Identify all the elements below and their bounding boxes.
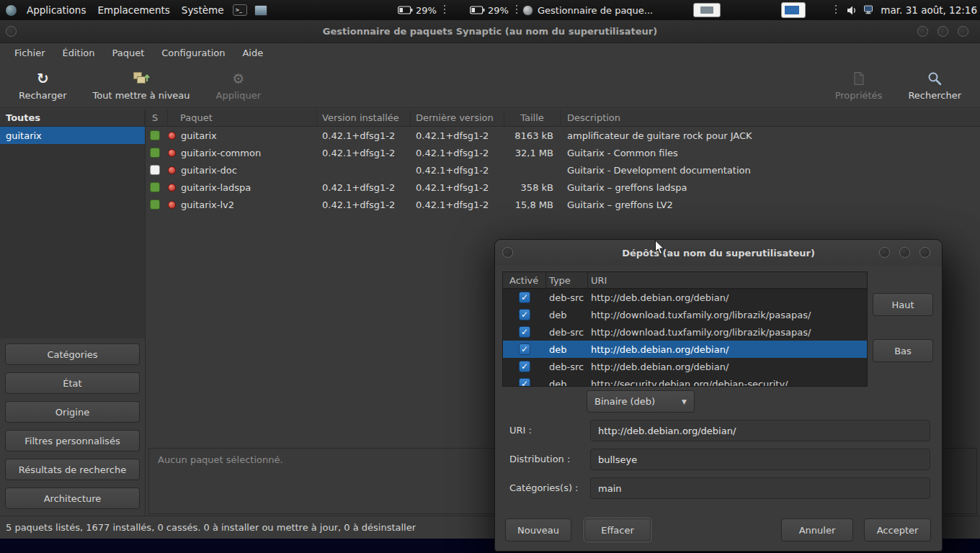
minimize-button[interactable]: [917, 26, 928, 37]
dialog-close-button[interactable]: [919, 247, 930, 258]
package-cell: guitarix-ladspa: [168, 182, 317, 193]
volume-icon[interactable]: [847, 5, 858, 16]
architecture-button[interactable]: Architecture: [5, 487, 140, 509]
clock[interactable]: mar. 31 août, 12:16: [881, 4, 977, 16]
repo-row[interactable]: ✓debhttp://download.tuxfamily.org/libraz…: [503, 306, 867, 323]
workspace-area: [781, 0, 806, 20]
reload-button[interactable]: ↻ Recharger: [9, 66, 77, 104]
column-header-paquet[interactable]: Paquet: [168, 109, 317, 126]
repo-checkbox[interactable]: ✓: [519, 343, 530, 355]
search-button[interactable]: Rechercher: [898, 66, 971, 104]
menu-applications[interactable]: Applications: [24, 4, 88, 16]
menu-emplacements[interactable]: Emplacements: [95, 4, 172, 16]
uri-input[interactable]: http://deb.debian.org/debian/: [590, 420, 930, 441]
repo-row[interactable]: ✓deb-srchttp://deb.debian.org/debian/: [503, 289, 867, 306]
dialog-minimize-button[interactable]: [879, 247, 890, 258]
type-combobox-value: Binaire (deb): [594, 396, 655, 407]
search-results-button[interactable]: Résultats de recherche: [5, 459, 140, 480]
distribution-field-label: Distribution :: [509, 454, 570, 464]
column-header-s[interactable]: S: [146, 109, 168, 126]
supported-icon: [168, 184, 176, 192]
table-row[interactable]: guitarix-common0.42.1+dfsg1-20.42.1+dfsg…: [146, 144, 980, 161]
repo-column-type[interactable]: Type: [546, 272, 588, 288]
latest-version-cell: 0.42.1+dfsg1-2: [411, 199, 504, 210]
status-button[interactable]: État: [5, 372, 140, 394]
repo-checkbox[interactable]: ✓: [519, 378, 530, 387]
accept-button[interactable]: Accepter: [864, 518, 931, 541]
upgrade-all-button[interactable]: Tout mettre à niveau: [83, 66, 200, 104]
menu-fichier[interactable]: Fichier: [7, 45, 53, 61]
status-cell: [146, 165, 168, 175]
package-status-checkbox[interactable]: [150, 130, 160, 140]
distribution-input[interactable]: bullseye: [590, 449, 930, 470]
origin-button[interactable]: Origine: [5, 401, 140, 423]
repo-row[interactable]: ✓deb-srchttp://deb.debian.org/debian/: [503, 358, 867, 375]
repo-checkbox[interactable]: ✓: [519, 361, 530, 372]
package-status-checkbox[interactable]: [150, 165, 160, 175]
menu-configuration[interactable]: Configuration: [154, 45, 232, 61]
mouse-cursor: [654, 240, 665, 256]
repositories-dialog: Dépôts (au nom du superutilisateur) Acti…: [494, 239, 943, 552]
repo-column-active[interactable]: Activé: [503, 272, 546, 288]
workspace-thumbnail[interactable]: [781, 2, 806, 18]
dialog-window-menu-button[interactable]: [502, 247, 513, 258]
package-status-checkbox[interactable]: [150, 148, 160, 158]
new-button[interactable]: Nouveau: [505, 518, 571, 541]
move-down-button[interactable]: Bas: [873, 339, 933, 362]
dialog-maximize-button[interactable]: [899, 247, 910, 258]
terminal-launcher-icon[interactable]: >_: [233, 4, 247, 16]
tray-icon[interactable]: [693, 3, 721, 17]
delete-button[interactable]: Effacer: [584, 518, 651, 541]
repo-row[interactable]: ✓debhttp://deb.debian.org/debian/: [503, 341, 867, 358]
latest-version-cell: 0.42.1+dfsg1-2: [411, 130, 504, 141]
apply-button[interactable]: ⚙ Appliquer: [206, 66, 271, 104]
battery-applet-2[interactable]: 29%: [470, 0, 522, 20]
filter-item-guitarix[interactable]: guitarix: [0, 127, 145, 144]
package-cell: guitarix-common: [168, 148, 317, 158]
distro-menu-icon[interactable]: [5, 4, 17, 17]
battery-applet-1[interactable]: 29%: [398, 0, 450, 20]
categories-input[interactable]: main: [590, 477, 930, 499]
repo-row[interactable]: ✓deb-srchttp://download.tuxfamily.org/li…: [503, 323, 867, 341]
custom-filters-button[interactable]: Filtres personnalisés: [5, 430, 140, 451]
cancel-button[interactable]: Annuler: [781, 518, 853, 541]
table-row[interactable]: guitarix-ladspa0.42.1+dfsg1-20.42.1+dfsg…: [146, 179, 980, 196]
package-status-checkbox[interactable]: [150, 199, 160, 210]
maximize-button[interactable]: [937, 26, 948, 37]
menu-aide[interactable]: Aide: [235, 45, 270, 61]
move-up-button[interactable]: Haut: [873, 293, 933, 316]
package-status-checkbox[interactable]: [150, 182, 160, 192]
menu-systeme[interactable]: Système: [179, 4, 226, 16]
network-icon[interactable]: [863, 5, 875, 15]
column-header-description[interactable]: Description: [561, 109, 980, 126]
repo-type-cell: deb-src: [546, 361, 588, 372]
column-header-derniere-version[interactable]: Dernière version: [411, 109, 504, 126]
filter-list-header[interactable]: Toutes: [0, 109, 145, 127]
menu-edition[interactable]: Édition: [55, 45, 102, 61]
repo-checkbox[interactable]: ✓: [519, 292, 530, 303]
screenshot-launcher-icon[interactable]: [254, 5, 267, 16]
menu-paquet[interactable]: Paquet: [104, 45, 151, 61]
panel-left-group: Applications Emplacements Système >_: [5, 0, 267, 20]
window-menu-button[interactable]: [6, 26, 17, 37]
uri-field-label: URI :: [509, 425, 532, 436]
column-header-taille[interactable]: Taille: [504, 109, 561, 126]
window-titlebar: Gestionnaire de paquets Synaptic (au nom…: [0, 20, 980, 43]
table-row[interactable]: guitarix-doc0.42.1+dfsg1-2Guitarix - Dev…: [146, 161, 980, 179]
repo-row[interactable]: ✓debhttp://security.debian.org/debian-se…: [503, 375, 867, 387]
apply-label: Appliquer: [216, 90, 261, 101]
table-row[interactable]: guitarix-lv20.42.1+dfsg1-20.42.1+dfsg1-2…: [146, 196, 980, 213]
properties-button[interactable]: Propriétés: [825, 66, 893, 104]
close-button[interactable]: [958, 26, 968, 37]
repo-checkbox[interactable]: ✓: [519, 326, 530, 338]
sidebar-buttons: Catégories État Origine Filtres personna…: [0, 338, 145, 509]
table-row[interactable]: guitarix0.42.1+dfsg1-20.42.1+dfsg1-28163…: [146, 127, 980, 144]
supported-icon: [168, 149, 176, 157]
repo-checkbox[interactable]: ✓: [519, 309, 530, 320]
taskbar-window-button[interactable]: Gestionnaire de paque...: [522, 0, 653, 20]
sections-button[interactable]: Catégories: [5, 343, 140, 365]
column-header-version-installee[interactable]: Version installée: [317, 109, 411, 126]
repo-column-uri[interactable]: URI: [588, 272, 867, 288]
type-combobox[interactable]: Binaire (deb) ▼: [587, 390, 695, 413]
size-cell: 358 kB: [504, 182, 561, 193]
